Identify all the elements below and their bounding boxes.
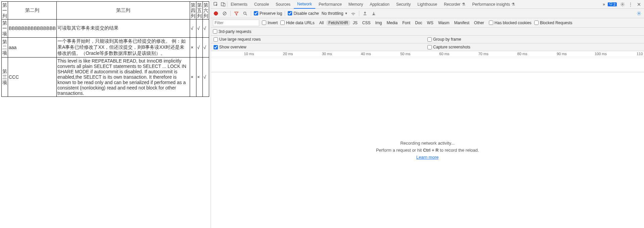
cell-r1c3: 可读取其它事务未提交的结果 [57,20,190,37]
tab-elements[interactable]: Elements [227,0,251,9]
tick: 80 ms [517,52,527,56]
filter-icon[interactable] [233,10,239,16]
clear-button[interactable] [222,10,228,16]
type-img[interactable]: Img [373,20,384,26]
cell-r2c4: × [190,37,196,57]
tab-recorder[interactable]: Recorder⚗ [441,0,469,9]
devtools-panel: Elements Console Sources Network Perform… [211,0,644,228]
type-font[interactable]: Font [400,20,412,26]
network-settings-icon[interactable] [636,10,642,16]
svg-point-6 [244,12,246,14]
issues-badge[interactable]: 2 [608,2,617,6]
tab-console[interactable]: Console [251,0,272,9]
show-overview-checkbox[interactable]: Show overview [214,45,246,49]
tab-network[interactable]: Network [294,0,315,9]
cell-r1c5: √ [196,20,203,37]
hide-data-urls-checkbox[interactable]: Hide data URLs [280,21,315,25]
use-large-rows-checkbox[interactable]: Use large request rows [214,37,261,42]
col-header-3: 第三列 [57,2,190,20]
tick: 90 ms [557,52,567,56]
col-header-4: 第四列 [190,2,196,20]
tab-performance[interactable]: Performance [315,0,345,9]
type-js[interactable]: JS [351,20,360,26]
preserve-log-checkbox[interactable]: Preserve log [254,11,282,16]
type-doc[interactable]: Doc [413,20,424,26]
cell-r3c4: × [190,57,196,97]
tick: 10 ms [244,52,254,56]
tab-sources[interactable]: Sources [272,0,294,9]
tick: 110 [637,52,643,56]
cell-r1c4: √ [190,20,196,37]
cell-r3c5: × [196,57,203,97]
tick: 100 ms [595,52,607,56]
close-icon[interactable] [635,1,643,8]
options-row-1: Use large request rows Group by frame [211,36,644,43]
type-css[interactable]: CSS [360,20,373,26]
kebab-menu-icon[interactable]: ⋮ [628,2,633,7]
overview-area[interactable] [211,57,644,72]
svg-rect-2 [223,3,225,6]
separator [359,11,359,16]
tab-performance-insights[interactable]: Performance insights⚗ [469,0,518,9]
disable-cache-checkbox[interactable]: Disable cache [288,11,319,16]
tick: 50 ms [400,52,410,56]
svg-line-7 [246,14,247,15]
tab-security[interactable]: Security [393,0,414,9]
tab-application[interactable]: Application [366,0,393,9]
has-blocked-cookies-checkbox[interactable]: Has blocked cookies [489,21,532,25]
cell-r1c6: √ [203,20,209,37]
tick: 20 ms [283,52,293,56]
import-har-icon[interactable] [362,10,368,16]
cell-r2c2: aaa [8,37,57,57]
tabs-overflow[interactable]: » [603,2,605,7]
options-row-2: Show overview Capture screenshots [211,43,644,51]
invert-checkbox[interactable]: Invert [262,21,278,25]
capture-screenshots-checkbox[interactable]: Capture screenshots [427,45,470,49]
flask-icon: ⚗ [462,2,465,7]
export-har-icon[interactable] [371,10,377,16]
tick: 40 ms [361,52,371,56]
cell-r3c1: 第三项 [2,57,8,97]
col-header-5: 第五列 [196,2,203,20]
tab-lighthouse[interactable]: Lighthouse [414,0,441,9]
type-wasm[interactable]: Wasm [436,20,452,26]
record-button[interactable] [213,10,219,16]
timeline-overview[interactable]: 10 ms 20 ms 30 ms 40 ms 50 ms 60 ms 70 m… [211,51,644,72]
throttling-select[interactable]: No throttling▼ [322,11,348,16]
col-header-2: 第二列 [8,2,57,20]
col-header-6: 第六列 [203,2,209,20]
svg-point-3 [622,4,623,5]
svg-point-11 [638,13,640,14]
type-all[interactable]: All [317,20,326,26]
content-pane: 第一列 第二列 第三列 第四列 第五列 第六列 第一项 BBBBBBBBBBBB… [0,0,211,228]
gear-icon[interactable] [619,1,626,8]
flask-icon: ⚗ [511,2,515,7]
tick: 30 ms [322,52,332,56]
type-manifest[interactable]: Manifest [452,20,471,26]
cell-r2c1: 第二项 [2,37,8,57]
blocked-requests-checkbox[interactable]: Blocked Requests [534,21,572,25]
tab-memory[interactable]: Memory [345,0,366,9]
cell-r1c1: 第一项 [2,20,8,37]
svg-point-8 [353,14,354,15]
table-header-row: 第一列 第二列 第三列 第四列 第五列 第六列 [2,2,209,20]
learn-more-link[interactable]: Learn more [416,155,439,160]
network-empty-state: Recording network activity... Perform a … [211,72,644,228]
type-other[interactable]: Other [472,20,486,26]
type-ws[interactable]: WS [425,20,435,26]
search-icon[interactable] [242,10,248,16]
group-by-frame-checkbox[interactable]: Group by frame [427,37,461,42]
type-fetch-xhr[interactable]: Fetch/XHR [326,20,350,26]
type-media[interactable]: Media [384,20,400,26]
device-toggle-icon[interactable] [220,1,227,8]
separator [285,11,285,16]
devtools-tabstrip: Elements Console Sources Network Perform… [211,0,644,9]
tick: 60 ms [439,52,449,56]
separator [230,11,231,16]
filter-bar: Invert Hide data URLs All Fetch/XHR JS C… [211,18,644,28]
cell-r1c2: BBBBBBBBBBBBBBB [8,20,57,37]
network-conditions-icon[interactable] [350,10,356,16]
third-party-checkbox[interactable]: 3rd-party requests [213,29,251,34]
inspect-icon[interactable] [212,1,220,8]
filter-input[interactable] [213,20,259,26]
